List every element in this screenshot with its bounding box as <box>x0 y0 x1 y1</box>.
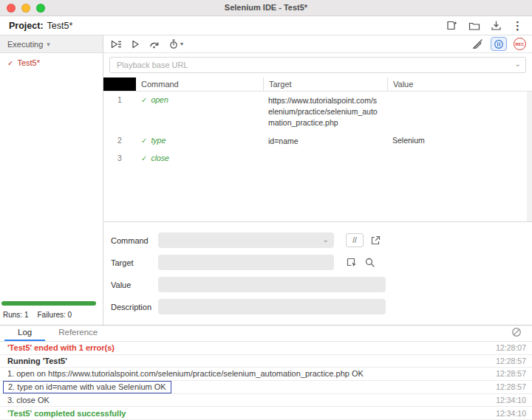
more-menu-button[interactable]: ⋮ <box>512 19 523 32</box>
command-select-caret-icon: ⌄ <box>323 235 329 244</box>
row-number-header <box>103 78 136 91</box>
tab-log[interactable]: Log <box>4 326 45 341</box>
log-tabbar: Log Reference <box>0 326 532 342</box>
select-target-icon <box>346 257 358 268</box>
log-text: 2. type on id=name with value Selenium O… <box>8 382 166 391</box>
failures-count: Failures: 0 <box>37 311 72 319</box>
external-link-icon <box>370 235 381 246</box>
new-project-icon <box>446 20 458 31</box>
log-entries: 'Test5' ended with 1 error(s) 12:28:07 R… <box>0 342 532 420</box>
clear-log-button[interactable] <box>511 326 522 339</box>
log-entry[interactable]: 1. open on https://www.tutorialspoint.co… <box>0 368 532 381</box>
open-project-button[interactable] <box>468 19 480 32</box>
search-target-button[interactable] <box>364 256 375 269</box>
sidebar-test-item[interactable]: ✓ Test5* <box>0 53 103 72</box>
log-entry-selected[interactable]: 2. type on id=name with value Selenium O… <box>0 381 532 394</box>
row-number: 1 <box>103 95 136 104</box>
save-project-button[interactable] <box>491 19 502 32</box>
command-target: id=name <box>263 136 387 147</box>
clear-log-icon <box>511 327 522 337</box>
record-label: REC <box>515 42 524 47</box>
main-content: Executing ▾ ✓ Test5* Runs: 1 Failures: 0 <box>0 35 532 325</box>
run-all-tests-button[interactable] <box>109 38 122 51</box>
command-select[interactable]: ⌄ <box>158 233 334 248</box>
description-input[interactable] <box>158 299 386 314</box>
project-name: Test5* <box>47 21 73 31</box>
kebab-menu-icon: ⋮ <box>512 20 523 31</box>
disable-breakpoints-icon <box>471 38 484 49</box>
commands-table-header: Command Target Value <box>103 78 532 92</box>
playback-base-url-input[interactable] <box>109 57 526 73</box>
executing-dropdown-label: Executing <box>7 40 43 49</box>
table-scrollbar[interactable] <box>527 92 532 221</box>
test-speed-button[interactable]: ▾ <box>168 38 183 49</box>
log-time: 12:34:10 <box>496 396 526 404</box>
run-current-test-button[interactable] <box>130 38 140 51</box>
value-field-label: Value <box>111 280 158 289</box>
stopwatch-icon <box>168 38 179 49</box>
executing-dropdown[interactable]: Executing ▾ <box>0 35 103 53</box>
run-progress-fill <box>1 301 96 306</box>
command-row[interactable]: 3 ✓ close <box>103 150 532 165</box>
command-row[interactable]: 2 ✓ type id=name Selenium <box>103 132 532 150</box>
pause-circle-icon <box>494 39 504 49</box>
speed-caret-icon: ▾ <box>180 41 183 47</box>
step-over-icon <box>149 39 160 49</box>
record-button[interactable]: REC <box>514 38 526 50</box>
log-time: 12:28:57 <box>496 369 526 378</box>
log-text: 'Test5' ended with 1 error(s) <box>7 343 115 352</box>
log-time: 12:34:10 <box>496 409 526 418</box>
disable-breakpoints-button[interactable] <box>471 38 484 51</box>
command-name: close <box>151 154 169 162</box>
log-entry[interactable]: 'Test5' ended with 1 error(s) 12:28:07 <box>0 342 532 355</box>
value-input[interactable] <box>158 277 386 292</box>
project-label: Project: <box>9 21 44 31</box>
command-check-icon: ✓ <box>141 96 147 104</box>
log-entry[interactable]: 'Test5' completed successfully 12:34:10 <box>0 407 532 420</box>
log-time: 12:28:57 <box>496 382 526 391</box>
command-value: Selenium <box>387 136 532 145</box>
row-number: 3 <box>103 154 136 162</box>
log-time: 12:28:07 <box>496 343 526 352</box>
command-editor-form: Command ⌄ // <box>103 221 532 325</box>
command-column-header: Command <box>136 78 263 91</box>
playback-url-row: ⌄ <box>103 53 532 78</box>
tests-sidebar: Executing ▾ ✓ Test5* Runs: 1 Failures: 0 <box>0 35 103 325</box>
select-target-button[interactable] <box>346 256 358 269</box>
log-text: 'Test5' completed successfully <box>7 409 126 418</box>
new-project-button[interactable] <box>446 19 458 32</box>
sidebar-test-name: Test5* <box>17 58 40 67</box>
toggle-comment-button[interactable]: // <box>346 233 364 247</box>
step-over-button[interactable] <box>149 38 160 51</box>
project-actions: ⋮ <box>446 19 523 32</box>
save-icon <box>491 20 502 31</box>
commands-table-body: 1 ✓ open https://www.tutorialspoint.com/… <box>103 92 532 221</box>
command-target: https://www.tutorialspoint.com/selenium/… <box>263 95 387 129</box>
log-entry[interactable]: 3. close OK 12:34:10 <box>0 394 532 407</box>
target-column-header: Target <box>263 78 387 91</box>
playback-toolbar: ▾ <box>103 35 532 53</box>
titlebar: Selenium IDE - Test5* <box>0 0 532 16</box>
target-field-label: Target <box>111 258 158 267</box>
target-input[interactable] <box>158 255 334 270</box>
command-name: open <box>151 95 168 104</box>
toolbar-right-group: REC <box>471 37 526 51</box>
url-dropdown-caret-icon[interactable]: ⌄ <box>515 60 521 68</box>
command-check-icon: ✓ <box>141 137 147 145</box>
tab-reference[interactable]: Reference <box>45 326 111 341</box>
play-icon <box>130 39 140 49</box>
log-entry[interactable]: Running 'Test5' 12:28:57 <box>0 355 532 368</box>
row-number: 2 <box>103 136 136 145</box>
value-column-header: Value <box>387 78 532 91</box>
log-panel: Log Reference 'Test5' ended with 1 error… <box>0 325 532 420</box>
command-field-label: Command <box>111 236 158 245</box>
run-all-icon <box>109 39 122 49</box>
editor-column: ▾ <box>103 35 532 325</box>
command-row[interactable]: 1 ✓ open https://www.tutorialspoint.com/… <box>103 92 532 132</box>
runs-count: Runs: 1 <box>3 311 28 319</box>
pause-on-exceptions-button[interactable] <box>491 37 507 51</box>
open-reference-button[interactable] <box>370 234 381 247</box>
log-text: 1. open on https://www.tutorialspoint.co… <box>7 369 364 378</box>
log-time: 12:28:57 <box>496 357 526 365</box>
description-field-label: Description <box>111 303 158 311</box>
